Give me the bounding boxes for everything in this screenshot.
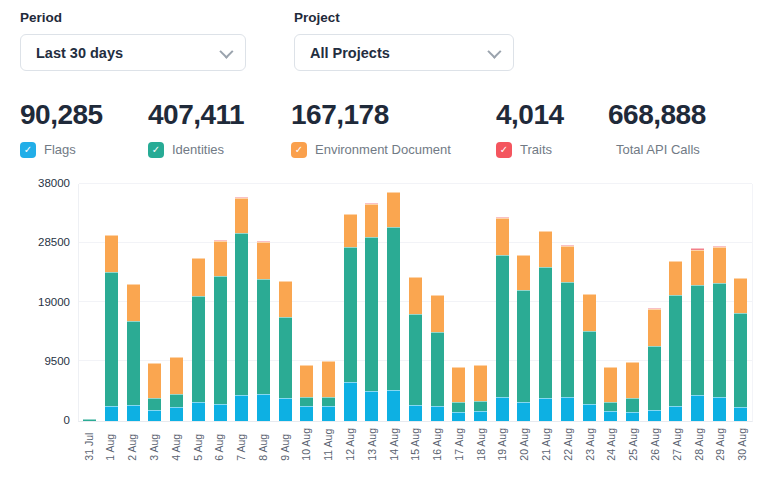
bar-24-aug[interactable] [600, 184, 622, 421]
segment-identities [409, 314, 422, 405]
segment-environment-document [517, 255, 530, 290]
bar-12-aug[interactable] [339, 184, 361, 421]
segment-identities [496, 255, 509, 397]
chevron-down-icon [219, 44, 233, 58]
stacked-bar [235, 197, 248, 421]
bar-19-aug[interactable] [491, 184, 513, 421]
segment-flags [626, 412, 639, 421]
segment-environment-document [300, 365, 313, 397]
y-axis-labels: 09500190002850038000 [0, 184, 70, 421]
bar-3-aug[interactable] [144, 184, 166, 421]
period-label: Period [20, 10, 246, 25]
bar-10-aug[interactable] [296, 184, 318, 421]
bar-29-aug[interactable] [708, 184, 730, 421]
segment-environment-document [734, 278, 747, 313]
flags-checkbox[interactable]: ✓ [20, 142, 36, 158]
segment-identities [734, 313, 747, 407]
api-usage-chart: 09500190002850038000 31 Jul1 Aug2 Aug3 A… [0, 176, 780, 481]
project-dropdown[interactable]: All Projects [294, 34, 514, 71]
segment-identities [322, 397, 335, 406]
segment-flags [127, 405, 140, 421]
bar-25-aug[interactable] [622, 184, 644, 421]
segment-environment-document [365, 204, 378, 238]
segment-identities [452, 402, 465, 412]
x-tick-label: 24 Aug [601, 428, 623, 461]
bar-8-aug[interactable] [253, 184, 275, 421]
stacked-bar [713, 246, 726, 421]
x-tick-label: 16 Aug [427, 428, 449, 461]
bar-15-aug[interactable] [405, 184, 427, 421]
bar-26-aug[interactable] [643, 184, 665, 421]
x-tick-label: 27 Aug [666, 428, 688, 461]
bar-31-jul[interactable] [79, 184, 101, 421]
period-dropdown[interactable]: Last 30 days [20, 34, 246, 71]
segment-identities [583, 331, 596, 404]
project-control: Project All Projects [294, 10, 514, 71]
x-tick-label: 19 Aug [492, 428, 514, 461]
x-tick-label: 31 Jul [78, 428, 100, 461]
x-tick-label: 28 Aug [688, 428, 710, 461]
segment-flags [214, 404, 227, 421]
segment-identities [148, 398, 161, 410]
segment-flags [344, 382, 357, 420]
stacked-bar [127, 284, 140, 420]
bar-13-aug[interactable] [361, 184, 383, 421]
segment-flags [300, 406, 313, 420]
bar-27-aug[interactable] [665, 184, 687, 421]
stacked-bar [583, 294, 596, 421]
segment-environment-document [604, 367, 617, 402]
segment-flags [322, 406, 335, 420]
segment-flags [192, 402, 205, 420]
bar-20-aug[interactable] [513, 184, 535, 421]
bar-14-aug[interactable] [383, 184, 405, 421]
bar-7-aug[interactable] [231, 184, 253, 421]
stacked-bar [409, 277, 422, 420]
segment-environment-document [626, 362, 639, 397]
stat-identities: 407,411 ✓ Identities [148, 98, 291, 159]
stacked-bar [431, 295, 444, 421]
x-tick-label: 7 Aug [230, 428, 252, 461]
segment-identities [713, 283, 726, 396]
traits-label: Traits [520, 142, 552, 157]
stacked-bar [365, 203, 378, 421]
flags-count: 90,285 [20, 98, 148, 132]
bar-11-aug[interactable] [318, 184, 340, 421]
segment-environment-document [669, 261, 682, 295]
bar-22-aug[interactable] [556, 184, 578, 421]
stacked-bar [279, 281, 292, 421]
check-icon: ✓ [24, 145, 32, 155]
traits-checkbox[interactable]: ✓ [496, 142, 512, 158]
bar-21-aug[interactable] [535, 184, 557, 421]
segment-flags [105, 406, 118, 421]
stacked-bar [105, 235, 118, 421]
bar-1-aug[interactable] [101, 184, 123, 421]
bar-5-aug[interactable] [188, 184, 210, 421]
x-tick-label: 6 Aug [209, 428, 231, 461]
x-tick-label: 21 Aug [535, 428, 557, 461]
bar-4-aug[interactable] [166, 184, 188, 421]
x-tick-label: 8 Aug [252, 428, 274, 461]
total-api-calls-legend: Total API Calls [608, 141, 706, 159]
segment-identities [474, 401, 487, 411]
segment-environment-document [148, 363, 161, 398]
segment-environment-document [539, 231, 552, 267]
stacked-bar [322, 361, 335, 420]
bar-23-aug[interactable] [578, 184, 600, 421]
bar-18-aug[interactable] [470, 184, 492, 421]
bar-17-aug[interactable] [448, 184, 470, 421]
environment-document-checkbox[interactable]: ✓ [291, 142, 307, 158]
segment-flags [604, 411, 617, 421]
stacked-bar [474, 365, 487, 420]
bar-2-aug[interactable] [122, 184, 144, 421]
bar-16-aug[interactable] [426, 184, 448, 421]
bar-9-aug[interactable] [274, 184, 296, 421]
project-selected-value: All Projects [310, 45, 390, 61]
y-tick-label: 28500 [0, 237, 70, 249]
segment-identities [257, 279, 270, 394]
stacked-bar [734, 278, 747, 420]
identities-checkbox[interactable]: ✓ [148, 142, 164, 158]
bar-6-aug[interactable] [209, 184, 231, 421]
bar-30-aug[interactable] [730, 184, 752, 421]
bar-28-aug[interactable] [687, 184, 709, 421]
segment-environment-document [713, 247, 726, 284]
